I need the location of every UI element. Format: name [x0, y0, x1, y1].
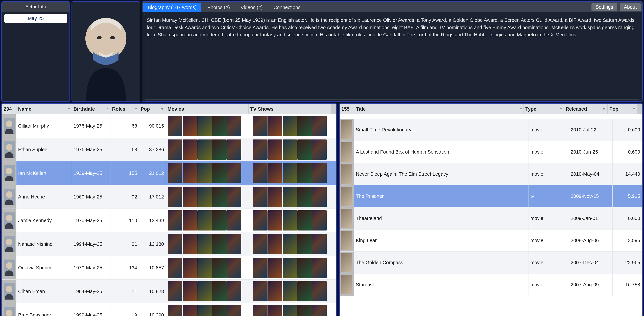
actor-birthdate: 1970-May-25: [72, 209, 110, 232]
column-header-roles[interactable]: Roles≡: [110, 104, 139, 114]
actor-movies-strip: [166, 114, 251, 138]
actors-table-body[interactable]: Cillian Murphy1976-May-256890.015Ethan S…: [2, 114, 336, 316]
actor-row[interactable]: Jamie Kennedy1970-May-2511013.439: [2, 209, 336, 232]
title-poster: [340, 252, 354, 274]
title-released: 2009-Nov-15: [569, 185, 612, 207]
actor-pop: 12.130: [139, 232, 166, 256]
actor-tv-strip: [251, 280, 336, 303]
title-name: A Lost and Found Box of Human Sensation: [354, 141, 529, 163]
actor-name: Nanase Nishino: [16, 232, 72, 256]
title-row[interactable]: The Golden Compassmovie2007-Dec-0422.965: [340, 252, 642, 274]
title-row[interactable]: Never Sleep Again: The Elm Street Legacy…: [340, 163, 642, 185]
svg-point-5: [6, 121, 12, 127]
title-type: movie: [529, 163, 569, 185]
title-pop: 3.595: [612, 229, 642, 251]
actor-name: Anne Heche: [16, 185, 72, 208]
column-header-pop[interactable]: Pop▼: [139, 104, 166, 114]
column-header-name[interactable]: Name≡: [16, 104, 72, 114]
actor-row[interactable]: Octavia Spencer1970-May-2513410.857: [2, 256, 336, 280]
actor-info-heading: Actor Info: [2, 2, 70, 11]
titles-table-body[interactable]: Small-Time Revolutionarymovie2010-Jul-22…: [340, 114, 642, 316]
actor-name: Brec Bassinger: [16, 303, 72, 316]
actor-tv-strip: [251, 185, 336, 208]
actor-avatar: [2, 303, 16, 316]
column-header-released[interactable]: Released▼: [564, 104, 608, 114]
actor-name: Ethan Suplee: [16, 138, 72, 161]
title-row[interactable]: King Learmovie2008-Aug-063.595: [340, 229, 642, 252]
column-header-birthdate[interactable]: Birthdate≡: [72, 104, 110, 114]
actor-movies-strip: [166, 256, 251, 280]
actor-birthdate: 1976-May-25: [72, 114, 110, 138]
settings-button[interactable]: Settings: [592, 3, 617, 11]
actor-row[interactable]: Nanase Nishino1994-May-253112.130: [2, 232, 336, 256]
actor-row[interactable]: Anne Heche1969-May-259217.012: [2, 185, 336, 209]
title-poster: [340, 229, 354, 251]
actor-row[interactable]: Ethan Suplee1976-May-256837.286: [2, 138, 336, 161]
actor-tv-strip: [251, 256, 336, 280]
actor-birthdate: 1976-May-25: [72, 138, 110, 161]
title-type: movie: [529, 229, 569, 251]
actor-tv-strip: [251, 138, 336, 161]
actor-roles: 134: [110, 256, 139, 280]
actor-roles: 92: [110, 185, 139, 208]
title-released: 2010-May-04: [569, 163, 612, 185]
actor-birthdate: 1939-May-25: [72, 161, 110, 185]
actor-birthdate: 1994-May-25: [72, 232, 110, 256]
actor-row[interactable]: Brec Bassinger1999-May-251910.290: [2, 303, 336, 316]
column-header-tvshows[interactable]: TV Shows: [248, 104, 331, 114]
about-button[interactable]: About: [620, 3, 641, 11]
tab-0[interactable]: Biography (107 words): [143, 3, 202, 12]
sort-icon: ≡: [560, 107, 562, 111]
title-pop: 0.600: [612, 207, 642, 229]
actor-name: Cillian Murphy: [16, 114, 72, 138]
column-header-title[interactable]: Title≡: [354, 104, 524, 114]
actor-avatar: [2, 232, 16, 256]
title-row[interactable]: The Prisonertv2009-Nov-155.915: [340, 185, 642, 207]
actor-name: Ian McKellen: [16, 161, 72, 185]
actor-tv-strip: [251, 161, 336, 185]
svg-point-2: [97, 36, 102, 39]
titles-count-header[interactable]: 155: [340, 104, 354, 114]
title-poster: [340, 274, 354, 296]
svg-point-1: [86, 18, 126, 59]
svg-point-21: [6, 310, 12, 316]
title-name: Small-Time Revolutionary: [354, 119, 529, 141]
title-row[interactable]: A Lost and Found Box of Human Sensationm…: [340, 141, 642, 163]
actor-movies-strip: [166, 303, 251, 316]
title-name: Stardust: [354, 274, 529, 296]
column-header-pop[interactable]: Pop≡: [608, 104, 637, 114]
actor-pop: 21.012: [139, 161, 166, 185]
title-row[interactable]: Stardustmovie2007-Aug-0916.758: [340, 274, 642, 296]
title-row[interactable]: Theatrelandmovie2009-Jan-010.600: [340, 207, 642, 229]
title-poster: [340, 185, 354, 207]
title-poster: [340, 119, 354, 141]
actor-roles: 11: [110, 280, 139, 303]
title-row[interactable]: Small-Time Revolutionarymovie2010-Jul-22…: [340, 119, 642, 141]
actor-pop: 10.823: [139, 280, 166, 303]
svg-point-19: [6, 286, 12, 293]
title-type: movie: [529, 252, 569, 274]
tab-3[interactable]: Connections: [269, 3, 305, 12]
tab-1[interactable]: Photos (#): [203, 3, 235, 12]
actor-row[interactable]: Cillian Murphy1976-May-256890.015: [2, 114, 336, 138]
actors-count-header[interactable]: 294: [2, 104, 16, 114]
title-poster: [340, 207, 354, 229]
column-header-type[interactable]: Type≡: [524, 104, 564, 114]
title-name: The Prisoner: [354, 185, 529, 207]
actor-roles: 31: [110, 232, 139, 256]
actor-info-panel: Actor Info May 25: [1, 1, 70, 102]
tab-2[interactable]: Videos (#): [236, 3, 268, 12]
actor-tv-strip: [251, 209, 336, 232]
title-pop: 16.758: [612, 274, 642, 296]
actor-roles: 110: [110, 209, 139, 232]
actor-roles: 68: [110, 138, 139, 161]
title-row[interactable]: [340, 114, 642, 119]
column-header-movies[interactable]: Movies: [166, 104, 248, 114]
actor-row[interactable]: Ian McKellen1939-May-2515521.012: [2, 161, 336, 185]
date-chip[interactable]: May 25: [4, 14, 67, 23]
actor-row[interactable]: Cihan Ercan1984-May-251110.823: [2, 280, 336, 303]
title-type: tv: [529, 185, 569, 207]
actor-avatar: [2, 256, 16, 280]
actor-movies-strip: [166, 280, 251, 303]
title-released: 2007-Dec-04: [569, 252, 612, 274]
